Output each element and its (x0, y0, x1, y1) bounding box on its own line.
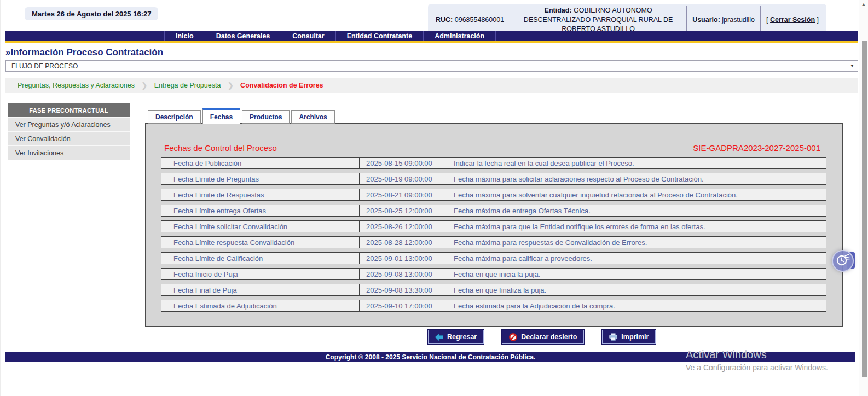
dates-panel-title: Fechas de Control del Proceso (164, 143, 277, 153)
date-value-cell: 2025-09-10 17:00:00 (360, 300, 447, 311)
scrollbar-thumb[interactable] (862, 41, 867, 377)
activate-windows-watermark: Activar Windows (686, 348, 767, 361)
nav-item-consultar[interactable]: Consultar (281, 31, 335, 41)
date-description-cell: Fecha en que inicia la puja. (447, 269, 826, 279)
clock-icon (835, 252, 850, 270)
logout-label[interactable]: Cerrar Sesión (770, 16, 815, 24)
date-description-cell: Fecha en que finaliza la puja. (447, 284, 826, 295)
date-value-cell: 2025-08-26 12:00:00 (360, 221, 447, 232)
panel-header: Fechas de Control del Proceso SIE-GADPRA… (146, 124, 842, 157)
table-row-limite-respuestas: Fecha Límite de Respuestas 2025-08-21 09… (161, 189, 826, 201)
date-description-cell: Fecha máxima para calificar a proveedore… (447, 253, 826, 264)
flow-process-selected-value: FLUJO DE PROCESO (11, 62, 78, 70)
sidebar-item-ver-convalidacion[interactable]: Ver Convalidación (8, 131, 130, 145)
sidebar-item-ver-preguntas[interactable]: Ver Preguntas y/ó Aclaraciones (8, 117, 130, 131)
ruc-value: 0968554860001 (455, 16, 504, 24)
table-row-limite-preguntas: Fecha Límite de Preguntas 2025-08-19 09:… (161, 173, 826, 185)
date-value-cell: 2025-09-08 13:00:00 (360, 269, 447, 279)
date-description-cell: Fecha máxima para solicitar aclaraciones… (447, 173, 826, 184)
divider (760, 6, 761, 34)
date-value-cell: 2025-08-21 09:00:00 (360, 189, 447, 200)
date-description-cell: Indicar la fecha real en la cual desea p… (447, 158, 826, 168)
declare-desert-button-label: Declarar desierto (521, 333, 577, 341)
user-value: jprastudillo (722, 16, 755, 24)
tab-archivos[interactable]: Archivos (291, 110, 334, 124)
chevron-right-icon: ❯ (227, 81, 234, 90)
table-row-adjudicacion: Fecha Estimada de Adjudicación 2025-09-1… (161, 300, 826, 312)
breadcrumb-step-preguntas[interactable]: Preguntas, Respuestas y Aclaraciones (18, 81, 135, 89)
date-value-cell: 2025-08-19 09:00:00 (360, 173, 447, 184)
date-value-cell: 2025-09-08 13:30:00 (360, 284, 447, 295)
nav-item-entidad-contratante[interactable]: Entidad Contratante (336, 31, 424, 41)
date-description-cell: Fecha estimada para la Adjudicación de l… (447, 300, 826, 311)
page-title: »Información Proceso Contratación (5, 47, 858, 61)
table-row-publicacion: Fecha de Publicación 2025-08-15 09:00:00… (161, 157, 826, 169)
caret-down-icon[interactable]: ▼ (850, 63, 854, 68)
sidebar-header: FASE PRECONTRACTUAL (8, 103, 130, 117)
prohibition-icon (509, 333, 517, 341)
vertical-scrollbar[interactable]: ▲ (859, 0, 868, 396)
divider (510, 6, 510, 34)
date-value-cell: 2025-08-25 12:00:00 (360, 205, 447, 216)
date-label-cell: Fecha Límite de Calificación (161, 253, 360, 264)
table-row-final-puja: Fecha Final de Puja 2025-09-08 13:30:00 … (161, 284, 826, 296)
datetime-display: Martes 26 de Agosto del 2025 16:27 (25, 7, 158, 20)
entity-label: Entidad: (545, 7, 572, 14)
entity-field: Entidad: GOBIERNO AUTONOMO DESCENTRALIZA… (516, 6, 681, 34)
date-description-cell: Fecha máxima para respuestas de Convalid… (447, 237, 826, 248)
date-value-cell: 2025-08-15 09:00:00 (360, 158, 447, 168)
printer-icon (609, 333, 617, 341)
nav-item-inicio[interactable]: Inicio (164, 31, 205, 41)
date-description-cell: Fecha máxima de entrega Ofertas Técnica. (447, 205, 826, 216)
date-label-cell: Fecha Límite entrega Ofertas (161, 205, 360, 216)
date-label-cell: Fecha Estimada de Adjudicación (161, 300, 360, 311)
divider (686, 6, 687, 34)
arrow-left-icon (435, 334, 443, 341)
date-label-cell: Fecha Límite solicitar Convalidación (161, 221, 360, 232)
datetime-text: Martes 26 de Agosto del 2025 16:27 (32, 10, 151, 18)
table-row-respuesta-convalidacion: Fecha Límite respuesta Convalidación 202… (161, 236, 826, 248)
user-label: Usuario: (692, 16, 720, 24)
bracket: ] (817, 16, 819, 24)
detail-tabs: Descripción Fechas Productos Archivos (148, 108, 335, 124)
sidebar: FASE PRECONTRACTUAL Ver Preguntas y/ó Ac… (8, 103, 130, 160)
tab-fechas[interactable]: Fechas (202, 108, 240, 124)
breadcrumb-step-entrega[interactable]: Entrega de Propuesta (154, 81, 221, 89)
copyright-text: Copyright © 2008 - 2025 Servicio Naciona… (326, 353, 536, 361)
print-button[interactable]: Imprimir (602, 330, 656, 344)
table-row-entrega-ofertas: Fecha Límite entrega Ofertas 2025-08-25 … (161, 205, 826, 217)
date-description-cell: Fecha máxima para solventar cualquier in… (447, 189, 826, 200)
date-label-cell: Fecha Límite respuesta Convalidación (161, 237, 360, 248)
date-label-cell: Fecha Final de Puja (161, 284, 360, 295)
date-label-cell: Fecha de Publicación (161, 158, 360, 168)
date-description-cell: Fecha máxima para que la Entidad notifiq… (447, 221, 826, 232)
chevron-right-icon: ❯ (141, 81, 148, 90)
floating-timer-widget[interactable] (832, 250, 854, 272)
date-label-cell: Fecha Inicio de Puja (161, 269, 360, 279)
breadcrumb-step-convalidacion: Convalidacion de Errores (240, 81, 323, 89)
activate-windows-watermark-sub: Ve a Configuración para activar Windows. (686, 363, 828, 372)
table-row-inicio-puja: Fecha Inicio de Puja 2025-09-08 13:00:00… (161, 268, 826, 280)
sidebar-item-ver-invitaciones[interactable]: Ver Invitaciones (8, 145, 130, 160)
action-buttons-row: Regresar Declarar desierto Imprimir (428, 330, 656, 344)
bracket: [ (766, 16, 768, 24)
date-value-cell: 2025-09-01 13:00:00 (360, 253, 447, 264)
date-label-cell: Fecha Límite de Preguntas (161, 173, 360, 184)
nav-item-datos-generales[interactable]: Datos Generales (205, 31, 282, 41)
scroll-up-arrow-icon[interactable]: ▲ (859, 2, 868, 7)
user-field: Usuario: jprastudillo (692, 16, 755, 24)
ruc-label: RUC: (436, 16, 453, 24)
tab-descripcion[interactable]: Descripción (148, 110, 201, 124)
table-row-solicitar-convalidacion: Fecha Límite solicitar Convalidación 202… (161, 220, 826, 232)
print-button-label: Imprimir (621, 333, 649, 341)
back-button[interactable]: Regresar (428, 330, 484, 344)
flow-process-select[interactable]: FLUJO DE PROCESO ▼ (5, 60, 858, 72)
declare-desert-button[interactable]: Declarar desierto (502, 330, 584, 344)
ruc-field: RUC: 0968554860001 (436, 16, 504, 24)
date-label-cell: Fecha Límite de Respuestas (161, 189, 360, 200)
back-button-label: Regresar (447, 333, 477, 341)
tab-productos[interactable]: Productos (242, 110, 290, 124)
nav-item-administracion[interactable]: Administración (424, 31, 496, 41)
logout-link[interactable]: [ Cerrar Sesión ] (766, 16, 819, 24)
main-nav: Inicio Datos Generales Consultar Entidad… (5, 31, 858, 43)
